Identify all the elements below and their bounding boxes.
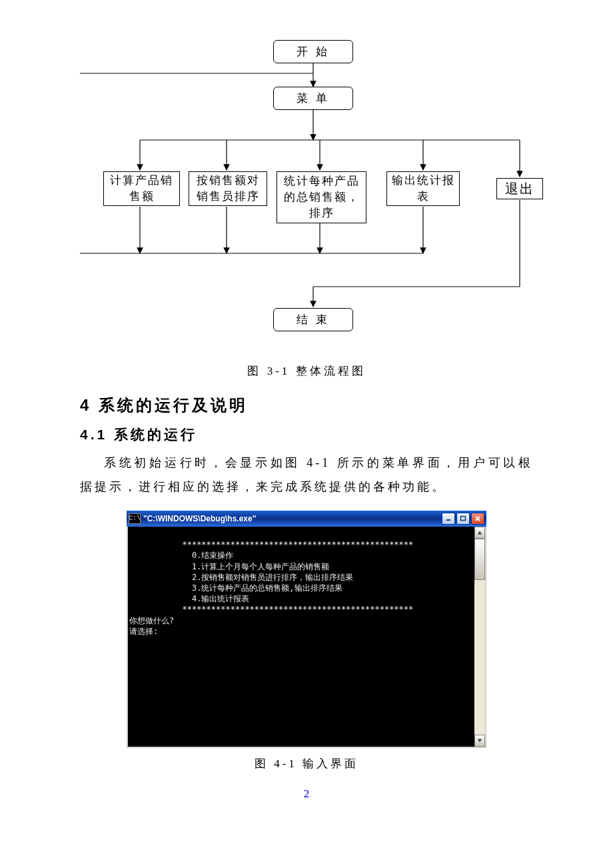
cmd-icon-label: C:\ bbox=[129, 515, 141, 522]
window-title: "C:\WINDOWS\Debug\hs.exe" bbox=[143, 514, 442, 523]
flow-node-start: 开 始 bbox=[273, 40, 353, 63]
scroll-track[interactable] bbox=[474, 539, 485, 735]
scroll-up-button[interactable] bbox=[474, 527, 485, 539]
scroll-down-button[interactable] bbox=[474, 735, 485, 747]
scroll-thumb[interactable] bbox=[474, 539, 485, 580]
flow-node-opt3: 统计每种产品的总销售额，排序 bbox=[277, 171, 366, 223]
flowchart-caption: 图 3-1 整体流程图 bbox=[80, 363, 533, 379]
heading-section-4-1: 4.1 系统的运行 bbox=[80, 425, 533, 444]
page-number: 2 bbox=[80, 787, 533, 801]
window-buttons bbox=[442, 513, 484, 525]
flow-node-opt2: 按销售额对销售员排序 bbox=[189, 171, 267, 206]
maximize-button[interactable] bbox=[456, 513, 470, 525]
flow-node-menu: 菜 单 bbox=[273, 87, 353, 110]
console-caption: 图 4-1 输入界面 bbox=[80, 756, 533, 771]
heading-section-4: 4 系统的运行及说明 bbox=[80, 395, 533, 416]
flow-node-opt1: 计算产品销售额 bbox=[103, 171, 180, 206]
console-body: ****************************************… bbox=[127, 527, 486, 748]
close-button[interactable] bbox=[471, 513, 484, 525]
flow-node-exit: 退出 bbox=[496, 178, 543, 199]
flow-node-opt4: 输出统计报表 bbox=[386, 171, 460, 206]
minimize-button[interactable] bbox=[442, 513, 455, 525]
scrollbar-vertical[interactable] bbox=[474, 527, 485, 747]
console-output: ****************************************… bbox=[128, 527, 474, 747]
titlebar: C:\ "C:\WINDOWS\Debug\hs.exe" bbox=[127, 511, 486, 527]
paragraph-intro: 系统初始运行时，会显示如图 4-1 所示的菜单界面，用户可以根据提示，进行相应的… bbox=[80, 451, 533, 499]
svg-rect-19 bbox=[461, 517, 466, 521]
cmd-icon: C:\ bbox=[129, 513, 141, 524]
flow-node-end: 结 束 bbox=[273, 308, 353, 331]
flowchart: 开 始 菜 单 计算产品销售额 按销售额对销售员排序 统计每种产品的总销售额，排… bbox=[80, 40, 546, 353]
console-window: C:\ "C:\WINDOWS\Debug\hs.exe" **********… bbox=[127, 511, 486, 748]
